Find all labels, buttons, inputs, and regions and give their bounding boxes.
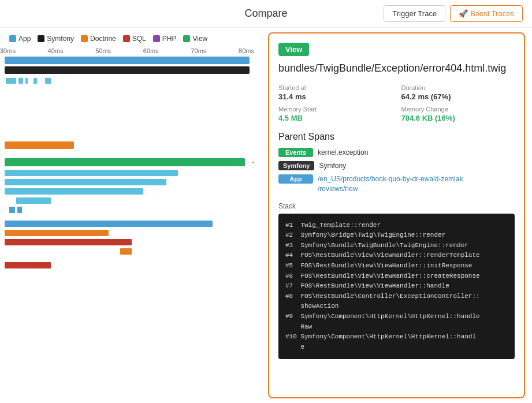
view-color [183, 35, 190, 42]
app-badge: App [278, 174, 313, 184]
legend-php: PHP [153, 35, 177, 43]
started-at-block: Started at 31.4 ms [278, 84, 392, 101]
memory-change-block: Memory Change 784.6 KB (16%) [401, 106, 515, 122]
trace-row-orange2[interactable] [5, 229, 250, 237]
page-title: Compare [244, 8, 287, 20]
legend-view: View [183, 35, 207, 43]
legend-symfony: Symfony [38, 35, 74, 43]
stack-content: #1 Twig_Template::render #2 Symfony\Brid… [278, 214, 515, 360]
memory-start-label: Memory Start [278, 106, 392, 113]
duration-block: Duration 64.2 ms (67%) [401, 84, 515, 101]
boost-icon: 🚀 [459, 9, 468, 18]
view-badge[interactable]: View [278, 43, 309, 56]
trace-arrow: ➔ [252, 156, 254, 169]
php-color [153, 35, 160, 42]
trace-row-1[interactable] [5, 57, 250, 65]
span-row-app: App /en_US/products/book-quo-by-dr-ewald… [278, 174, 515, 194]
trace-row-5 [5, 100, 250, 112]
duration-label: Duration [401, 84, 515, 91]
trace-row-orange-small[interactable] [5, 248, 250, 256]
trace-row-6 [5, 114, 250, 125]
legend-app: App [9, 35, 31, 43]
memory-start-value: 4.5 MB [278, 114, 392, 122]
trace-row-blue-long[interactable] [5, 220, 250, 228]
symfony-badge: Symfony [278, 161, 314, 170]
trace-row-teal2[interactable] [5, 178, 250, 186]
legend-doctrine: Doctrine [81, 35, 116, 43]
trace-panel: App Symfony Doctrine SQL PHP View [0, 28, 254, 403]
legend: App Symfony Doctrine SQL PHP View [0, 32, 254, 47]
app-text[interactable]: /en_US/products/book-quo-by-dr-ewald-zem… [318, 174, 463, 194]
symfony-text: Symfony [319, 161, 346, 171]
sql-color [123, 35, 130, 42]
trace-row-red[interactable] [5, 238, 250, 247]
trace-row-teal1[interactable] [5, 169, 250, 177]
boost-traces-button[interactable]: 🚀 Boost Traces [450, 5, 523, 22]
memory-start-block: Memory Start 4.5 MB [278, 106, 392, 122]
memory-change-label: Memory Change [401, 106, 515, 113]
app-color [9, 35, 16, 42]
main-content: App Symfony Doctrine SQL PHP View [0, 28, 532, 403]
chart-area: ➔ [0, 57, 254, 270]
trace-row-3[interactable] [5, 76, 250, 85]
detail-panel: View bundles/TwigBundle/Exception/error4… [268, 32, 525, 398]
meta-grid: Started at 31.4 ms Duration 64.2 ms (67%… [278, 84, 515, 122]
trace-row-blue-small[interactable] [5, 206, 250, 214]
parent-spans-list: Events kernel.exception Symfony Symfony … [278, 148, 515, 193]
header-actions: Trigger Trace 🚀 Boost Traces [384, 5, 523, 22]
header: Compare Trigger Trace 🚀 Boost Traces [0, 0, 532, 28]
parent-spans-title: Parent Spans [278, 132, 515, 142]
events-badge: Events [278, 148, 313, 157]
span-title: bundles/TwigBundle/Exception/error404.ht… [278, 62, 515, 75]
duration-value: 64.2 ms (67%) [401, 92, 515, 101]
span-row-events: Events kernel.exception [278, 148, 515, 158]
trace-row-2[interactable] [5, 66, 250, 74]
started-at-label: Started at [278, 84, 392, 91]
stack-label: Stack [278, 202, 515, 210]
memory-change-value: 784.6 KB (16%) [401, 114, 515, 122]
trace-row-teal3[interactable] [5, 188, 250, 196]
trigger-trace-button[interactable]: Trigger Trace [384, 5, 445, 22]
trace-row-orange[interactable] [5, 140, 250, 150]
started-at-value: 31.4 ms [278, 92, 392, 101]
trace-row-darkred[interactable] [5, 262, 250, 270]
span-row-symfony: Symfony Symfony [278, 161, 515, 171]
trace-row-7 [5, 127, 250, 139]
trace-row-teal4[interactable] [5, 197, 250, 205]
time-axis: 30ms 40ms 50ms 60ms 70ms 80ms [0, 47, 254, 57]
trace-row-green-selected[interactable]: ➔ [5, 157, 250, 167]
symfony-color [38, 35, 44, 42]
trace-row-4 [5, 87, 250, 99]
events-text: kernel.exception [318, 148, 368, 158]
legend-sql: SQL [123, 35, 146, 43]
doctrine-color [81, 35, 88, 42]
